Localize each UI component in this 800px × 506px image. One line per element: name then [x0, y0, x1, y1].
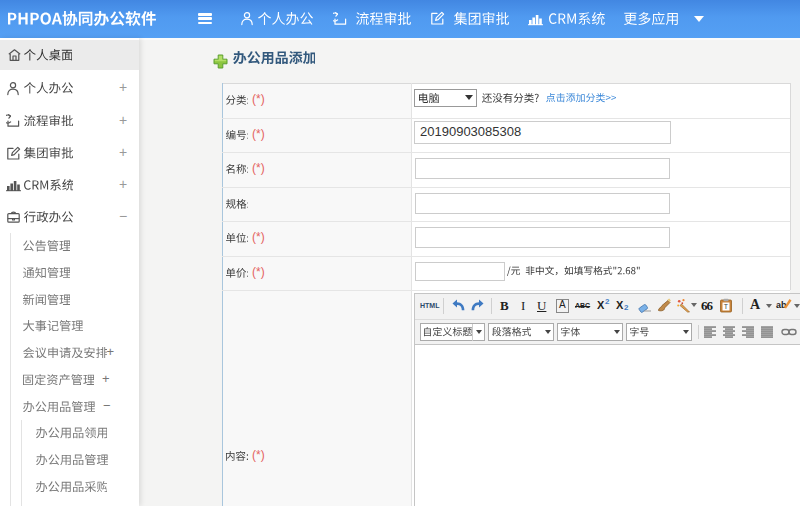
svg-text:T: T — [724, 303, 729, 310]
